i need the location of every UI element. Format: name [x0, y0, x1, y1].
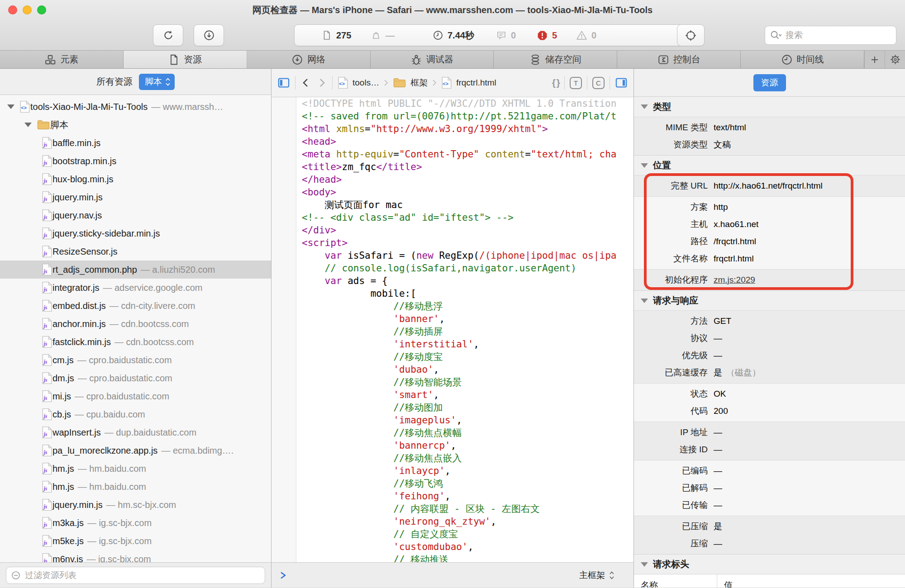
- settings-tab-button[interactable]: [885, 51, 905, 68]
- tab-debugger[interactable]: 调试器: [371, 51, 494, 68]
- code-line: 19 //移动插屏: [272, 325, 634, 338]
- resource-item[interactable]: jsmi.js— cpro.baidustatic.com: [0, 387, 271, 405]
- frame-selector-label: 主框架: [579, 569, 605, 581]
- reload-button[interactable]: [153, 24, 183, 46]
- detail-value[interactable]: zm.js:2029: [714, 275, 755, 285]
- detail-value: 是: [714, 367, 722, 379]
- tab-storage[interactable]: 储存空间: [494, 51, 617, 68]
- resource-name: jquery.sticky-sidebar.min.js: [52, 228, 160, 239]
- filter-field[interactable]: [6, 567, 265, 584]
- type-profiler-button[interactable]: T: [570, 77, 582, 89]
- toggle-right-sidebar-icon[interactable]: [615, 77, 628, 89]
- resource-item[interactable]: 脚本: [0, 116, 271, 134]
- tab-resources[interactable]: 资源: [124, 51, 247, 68]
- code-line: 2<!-- saved from url=(0076)http://pt.521…: [272, 110, 634, 123]
- transfer-size-stat: —: [371, 25, 395, 46]
- resource-item[interactable]: jshm.js— hm.baidu.com: [0, 460, 271, 478]
- breadcrumb-separator-icon: [383, 77, 389, 88]
- toggle-left-sidebar-icon[interactable]: [277, 77, 290, 89]
- section-header[interactable]: 请求标头: [634, 554, 905, 574]
- resource-panel-button[interactable]: 资源: [753, 74, 786, 91]
- scope-filter-button[interactable]: 脚本: [139, 74, 175, 90]
- svg-text:js: js: [43, 160, 47, 166]
- resource-item[interactable]: jsm5ke.js— ig.sc-bjx.com: [0, 532, 271, 550]
- resource-item[interactable]: jsanchor.min.js— cdn.bootcss.com: [0, 315, 271, 333]
- breadcrumb-separator-icon: [432, 77, 437, 88]
- console-prompt-icon[interactable]: [279, 571, 288, 580]
- detail-label: 已解码: [634, 482, 714, 494]
- forward-button[interactable]: [316, 77, 327, 88]
- code-coverage-button[interactable]: C: [592, 77, 605, 89]
- resource-name: jquery.nav.js: [52, 210, 102, 221]
- resource-name: integrator.js: [52, 283, 99, 293]
- tab-label: 资源: [184, 53, 202, 66]
- tab-elements[interactable]: 元素: [0, 51, 124, 68]
- resource-item[interactable]: jsdm.js— cpro.baidustatic.com: [0, 369, 271, 387]
- resource-item[interactable]: jscb.js— cpu.baidu.com: [0, 405, 271, 423]
- section-header[interactable]: 位置: [634, 155, 905, 175]
- tab-console[interactable]: 控制台: [617, 51, 741, 68]
- search-field[interactable]: [765, 26, 896, 45]
- source-code-view: 1<!DOCTYPE html PUBLIC "-//W3C//DTD XHTM…: [272, 97, 634, 562]
- add-tab-button[interactable]: [864, 51, 885, 68]
- code-text: //移动插屏: [296, 325, 443, 338]
- tab-timelines[interactable]: 时间线: [741, 51, 864, 68]
- resource-origin: — www.marssh…: [151, 102, 223, 112]
- resource-item[interactable]: jsbootstrap.min.js: [0, 152, 271, 170]
- svg-text:js: js: [43, 214, 47, 220]
- resource-item[interactable]: jswapInsert.js— dup.baidustatic.com: [0, 423, 271, 441]
- back-button[interactable]: [300, 77, 311, 88]
- log-count-stat: 0: [496, 25, 516, 46]
- resource-count-stat: 275: [321, 25, 351, 46]
- resource-item[interactable]: jshm.js— hm.baidu.com: [0, 478, 271, 496]
- section-title: 位置: [653, 159, 671, 171]
- breadcrumb-item[interactable]: <>frqctrl.html: [441, 76, 496, 89]
- close-window-button[interactable]: [8, 5, 17, 14]
- resource-item[interactable]: jshux-blog.min.js: [0, 170, 271, 188]
- code-line: 30 'inlaycp',: [272, 465, 634, 477]
- section-header[interactable]: 请求与响应: [634, 290, 905, 310]
- resource-item[interactable]: jsResizeSensor.js: [0, 242, 271, 261]
- filter-input[interactable]: [25, 570, 260, 580]
- detail-label: MIME 类型: [634, 122, 714, 133]
- download-button[interactable]: [194, 24, 224, 46]
- element-picker-button[interactable]: [677, 24, 705, 46]
- section-header[interactable]: 类型: [634, 97, 905, 117]
- resource-item[interactable]: jspa_lu_moreclkzone.app.js— ecma.bdimg….: [0, 441, 271, 460]
- detail-row: 连接 ID—: [634, 441, 905, 458]
- resource-item[interactable]: <>tools-Xiao-Mi-Jla-Mi-Tu-Tools— www.mar…: [0, 98, 271, 116]
- breadcrumb-item[interactable]: 框架: [393, 77, 428, 89]
- resource-item[interactable]: jsfastclick.min.js— cdn.bootcss.com: [0, 333, 271, 351]
- svg-text:<>: <>: [339, 81, 345, 86]
- frame-selector[interactable]: 主框架: [579, 569, 614, 581]
- resource-item[interactable]: jsm3ka.js— ig.sc-bjx.com: [0, 514, 271, 532]
- disclosure-triangle-icon[interactable]: [24, 123, 32, 127]
- minimize-window-button[interactable]: [23, 5, 32, 14]
- jsfile-icon: js: [42, 281, 52, 294]
- tab-network[interactable]: 网络: [247, 51, 371, 68]
- resource-item[interactable]: jsintegrator.js— adservice.google.com: [0, 279, 271, 297]
- resource-origin: — cdn.bootcss.com: [110, 319, 189, 329]
- resource-item[interactable]: jsjquery.nav.js: [0, 206, 271, 224]
- code-text: <head>: [296, 135, 336, 148]
- resource-item[interactable]: jsembed.dist.js— cdn-city.livere.com: [0, 297, 271, 315]
- breadcrumb-item[interactable]: <>tools…: [338, 76, 379, 89]
- zoom-window-button[interactable]: [37, 5, 46, 14]
- resource-item[interactable]: jsjquery.sticky-sidebar.min.js: [0, 224, 271, 242]
- disclosure-triangle-icon[interactable]: [7, 104, 14, 109]
- resource-stats-summary[interactable]: 275 — 7.44秒 0 5 0: [294, 24, 682, 46]
- search-input[interactable]: [786, 30, 891, 40]
- detail-row: 完整 URLhttp://x.hao61.net/frqctrl.html: [634, 177, 905, 194]
- resource-item[interactable]: jsbaffle.min.js: [0, 134, 271, 152]
- svg-text:js: js: [43, 395, 47, 401]
- resource-item[interactable]: jsjquery.min.js— hm.sc-bjx.com: [0, 496, 271, 514]
- resource-item[interactable]: jsjquery.min.js: [0, 188, 271, 206]
- detail-row: 已传输—: [634, 497, 905, 514]
- jsfile-icon: js: [42, 137, 52, 149]
- resource-item[interactable]: jsm6nv.js— ig.sc-bjx.com: [0, 550, 271, 562]
- code-text: 'neirong_qk_ztyw',: [296, 515, 496, 528]
- jsfile-icon: js: [42, 372, 52, 384]
- resource-item[interactable]: jsrt_adjs_common.php— a.liuzhi520.com: [0, 261, 271, 279]
- pretty-print-button[interactable]: { }: [552, 77, 559, 88]
- resource-item[interactable]: jscm.js— cpro.baidustatic.com: [0, 351, 271, 369]
